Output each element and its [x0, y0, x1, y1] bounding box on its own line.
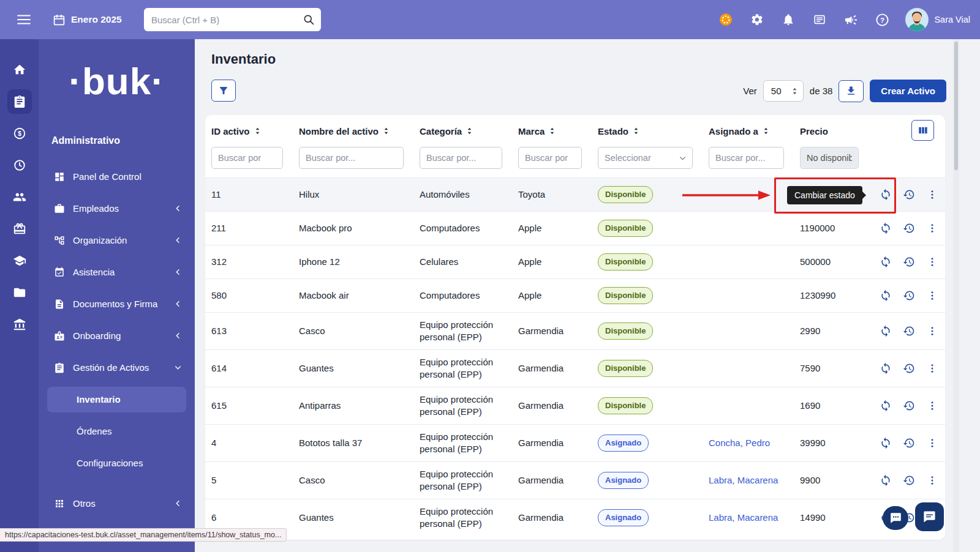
row-menu-button[interactable] [925, 361, 940, 376]
rail-talent-button[interactable] [0, 181, 39, 213]
sort-icon[interactable] [383, 127, 390, 135]
row-menu-button[interactable] [925, 398, 940, 413]
cell-actions [876, 181, 945, 208]
row-menu-button[interactable] [925, 221, 940, 236]
rail-asset-management-button[interactable] [0, 86, 39, 117]
filter-status-select[interactable]: Seleccionar [598, 147, 693, 169]
row-menu-button[interactable] [925, 324, 940, 338]
rail-payroll-button[interactable]: $ [0, 117, 39, 149]
history-button[interactable] [902, 436, 916, 450]
news-button[interactable] [812, 12, 827, 28]
assignee-link[interactable]: Labra, Macarena [709, 474, 778, 487]
period-selector[interactable]: Enero 2025 [53, 0, 122, 39]
scrollbar-thumb[interactable] [954, 42, 958, 170]
page-size-select[interactable]: 50 [763, 80, 804, 102]
sidebar-item-empleados[interactable]: Empleados [39, 193, 195, 225]
column-header-asignado[interactable]: Asignado a [703, 115, 794, 147]
row-menu-button[interactable] [925, 473, 940, 488]
history-button[interactable] [902, 187, 916, 202]
row-menu-button[interactable] [925, 436, 940, 450]
history-button[interactable] [902, 221, 916, 236]
sidebar-subitem-inventario[interactable]: Inventario [47, 387, 186, 412]
sort-icon[interactable] [633, 127, 639, 135]
change-status-button[interactable] [878, 436, 893, 450]
user-menu[interactable]: Sara Vial [905, 8, 970, 31]
filter-id-input[interactable] [211, 147, 283, 169]
history-button[interactable] [902, 361, 916, 376]
history-button[interactable] [902, 255, 916, 269]
sort-icon[interactable] [254, 127, 261, 135]
sidebar-subitem-configuraciones[interactable]: Configuraciones [39, 447, 195, 479]
history-button[interactable] [902, 324, 916, 338]
global-search-input[interactable] [151, 15, 303, 25]
cell-estado: Disponible [592, 391, 703, 420]
table-row[interactable]: 6 Guantes Equipo protección personal (EP… [205, 499, 945, 536]
history-button[interactable] [902, 288, 916, 303]
create-asset-button[interactable]: Crear Activo [870, 80, 946, 102]
chat-button-secondary[interactable] [883, 506, 908, 530]
table-row[interactable]: 312 Iphone 12 Celulares Apple Disponible… [205, 245, 945, 278]
assignee-link[interactable]: Concha, Pedro [709, 437, 770, 449]
sidebar-item-panel-de-control[interactable]: Panel de Control [39, 161, 195, 193]
change-status-button[interactable] [878, 221, 893, 236]
table-row[interactable]: 4 Bototos talla 37 Equipo protección per… [205, 424, 945, 461]
settings-button[interactable] [749, 12, 765, 28]
sidebar-item-asistencia[interactable]: Asistencia [39, 256, 195, 288]
change-status-button[interactable] [878, 398, 893, 413]
notifications-button[interactable] [780, 12, 796, 28]
table-row[interactable]: 211 Macbook pro Computadores Apple Dispo… [205, 211, 945, 245]
sidebar-item-otros[interactable]: Otros [39, 488, 195, 520]
filter-assigned-input[interactable] [709, 147, 784, 169]
change-status-button[interactable] [878, 361, 893, 376]
chat-button-primary[interactable] [915, 502, 944, 531]
row-menu-button[interactable] [925, 288, 940, 303]
rail-home-button[interactable] [0, 54, 39, 86]
filter-name-input[interactable] [299, 147, 404, 169]
history-button[interactable] [902, 473, 916, 488]
columns-button[interactable] [911, 120, 934, 141]
table-row[interactable]: 614 Guantes Equipo protección personal (… [205, 349, 945, 387]
history-button[interactable] [902, 398, 916, 413]
change-status-button[interactable] [878, 187, 893, 202]
table-row[interactable]: 613 Casco Equipo protección personal (EP… [205, 312, 945, 349]
assignee-link[interactable]: Labra, Macarena [709, 512, 778, 524]
help-button[interactable]: ? [874, 12, 890, 28]
row-menu-button[interactable] [925, 255, 940, 269]
change-status-button[interactable] [878, 255, 893, 269]
sidebar-subitem-ordenes[interactable]: Órdenes [39, 416, 195, 447]
sidebar-item-organizacion[interactable]: Organización [39, 225, 195, 256]
change-status-button[interactable] [878, 473, 893, 488]
points-button[interactable] [718, 12, 734, 28]
change-status-button[interactable] [878, 288, 893, 303]
sort-icon[interactable] [466, 127, 473, 135]
table-row[interactable]: 615 Antiparras Equipo protección persona… [205, 387, 945, 424]
sidebar-item-documentos-y-firma[interactable]: Documentos y Firma [39, 288, 195, 320]
column-header-id[interactable]: ID activo [205, 115, 293, 147]
sort-icon[interactable] [549, 127, 556, 135]
rail-training-button[interactable] [0, 245, 39, 277]
column-header-nombre[interactable]: Nombre del activo [293, 115, 413, 147]
download-button[interactable] [839, 80, 864, 102]
change-status-button[interactable] [878, 324, 893, 338]
column-header-marca[interactable]: Marca [512, 115, 592, 147]
filter-brand-input[interactable] [518, 147, 582, 169]
filter-category-input[interactable] [420, 147, 502, 169]
table-row[interactable]: 580 Macbook air Computadores Apple Dispo… [205, 278, 945, 312]
sidebar-subitem-label: Órdenes [77, 426, 112, 436]
rail-documents-button[interactable] [0, 277, 39, 308]
rail-benefits-button[interactable] [0, 213, 39, 245]
row-menu-button[interactable] [925, 187, 940, 202]
table-row[interactable]: 5 Casco Equipo protección personal (EPP)… [205, 461, 945, 499]
column-header-categoria[interactable]: Categoría [413, 115, 512, 147]
announcements-button[interactable] [843, 12, 859, 28]
hamburger-menu-button[interactable] [15, 11, 33, 28]
column-header-estado[interactable]: Estado [592, 115, 703, 147]
sync-icon [880, 400, 892, 412]
sort-icon[interactable] [763, 127, 769, 135]
filter-button[interactable] [211, 80, 236, 102]
rail-attendance-button[interactable] [0, 149, 39, 181]
sidebar-item-gestion-de-activos[interactable]: Gestión de Activos [39, 352, 195, 384]
cell-marca: Garmendia [512, 431, 592, 455]
rail-portal-button[interactable] [0, 308, 39, 340]
sidebar-item-onboarding[interactable]: Onboarding [39, 320, 195, 352]
